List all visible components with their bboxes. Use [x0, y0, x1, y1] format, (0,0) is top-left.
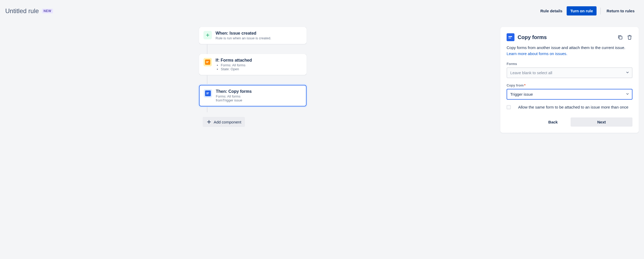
plus-icon: [203, 31, 212, 39]
form-icon: [203, 58, 212, 66]
back-button[interactable]: Back: [538, 117, 568, 127]
rule-title: Untitled rule: [5, 7, 39, 15]
flow-column: When: Issue created Rule is run when an …: [5, 27, 500, 127]
condition-bullet-forms: Forms: All forms: [221, 63, 302, 67]
connector: [207, 106, 207, 112]
return-to-rules-link[interactable]: Return to rules: [602, 7, 639, 15]
page-header: Untitled rule NEW Rule details Turn on r…: [0, 0, 644, 22]
condition-bullet-state: State: Open: [221, 67, 302, 71]
copy-forms-icon: [507, 33, 514, 41]
allow-duplicate-label: Allow the same form to be attached to an…: [514, 104, 628, 110]
plus-icon: [206, 119, 212, 125]
action-line1: Forms: All forms: [216, 94, 302, 98]
duplicate-icon: [617, 34, 623, 40]
add-component-button[interactable]: Add component: [203, 117, 245, 127]
trigger-card[interactable]: When: Issue created Rule is run when an …: [199, 27, 307, 44]
title-block: Untitled rule NEW: [5, 7, 53, 15]
svg-rect-0: [619, 36, 622, 39]
allow-duplicate-checkbox[interactable]: [507, 105, 511, 109]
copy-from-field: Copy from* Trigger issue: [507, 83, 632, 100]
action-line2: fromTrigger issue: [216, 98, 302, 102]
copy-from-label: Copy from*: [507, 83, 632, 87]
forms-label: Forms: [507, 62, 632, 66]
canvas: When: Issue created Rule is run when an …: [0, 22, 644, 143]
config-panel: Copy forms Copy forms from another issue…: [500, 27, 639, 133]
trigger-title: When: Issue created: [216, 31, 302, 36]
delete-button[interactable]: [627, 34, 632, 40]
condition-title: If: Forms attached: [216, 58, 302, 63]
add-component-label: Add component: [214, 120, 241, 124]
learn-more-link[interactable]: Learn more about forms on issues.: [507, 51, 567, 56]
panel-desc-text: Copy forms from another issue and attach…: [507, 45, 625, 50]
new-badge: NEW: [42, 9, 53, 13]
forms-field: Forms Leave blank to select all: [507, 62, 632, 78]
turn-on-rule-button[interactable]: Turn on rule: [567, 6, 597, 15]
panel-description: Copy forms from another issue and attach…: [507, 45, 632, 57]
next-button[interactable]: Next: [571, 117, 632, 127]
panel-title: Copy forms: [518, 34, 547, 40]
allow-duplicate-row: Allow the same form to be attached to an…: [507, 104, 632, 110]
action-title: Then: Copy forms: [216, 89, 302, 94]
forms-select[interactable]: Leave blank to select all: [507, 67, 632, 78]
separator: [600, 8, 601, 14]
copy-from-select[interactable]: Trigger issue: [507, 89, 632, 100]
duplicate-button[interactable]: [617, 34, 623, 40]
copy-forms-icon: [204, 89, 212, 98]
connector: [207, 44, 207, 54]
rule-details-link[interactable]: Rule details: [536, 7, 567, 15]
action-card[interactable]: Then: Copy forms Forms: All forms fromTr…: [199, 85, 307, 106]
header-actions: Rule details Turn on rule Return to rule…: [536, 6, 639, 15]
trash-icon: [627, 34, 632, 40]
condition-card[interactable]: If: Forms attached Forms: All forms Stat…: [199, 54, 307, 75]
trigger-sub: Rule is run when an issue is created.: [216, 36, 302, 40]
connector: [207, 75, 207, 85]
